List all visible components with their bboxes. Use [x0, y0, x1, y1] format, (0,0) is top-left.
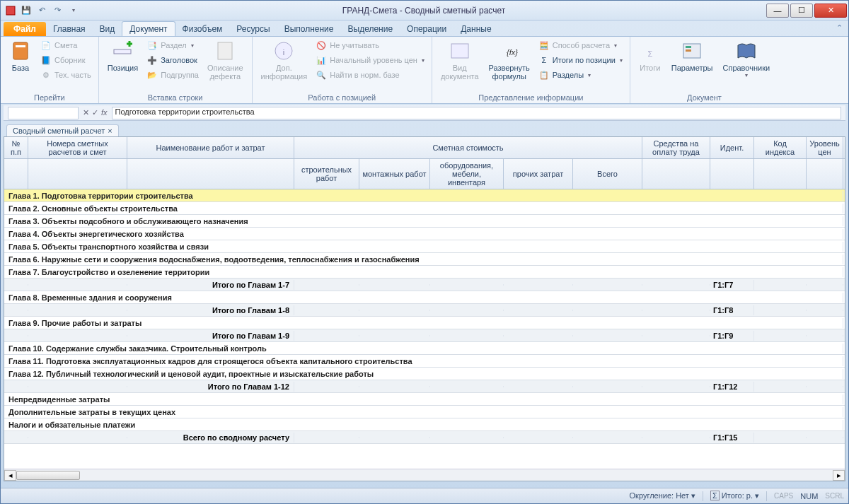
sbornik-button[interactable]: 📘Сборник: [37, 53, 94, 67]
najti-button[interactable]: 🔍Найти в норм. базе: [313, 68, 427, 82]
col-vseg[interactable]: Всего: [573, 159, 642, 189]
qat-customize-icon[interactable]: [66, 4, 80, 18]
baza-button[interactable]: База: [5, 38, 36, 74]
minimize-button[interactable]: —: [766, 4, 789, 18]
ribbon-tab[interactable]: Главная: [46, 22, 93, 36]
table-row[interactable]: Глава 4. Объекты энергетического хозяйст…: [4, 228, 845, 240]
table-row[interactable]: Глава 9. Прочие работы и затраты: [4, 317, 845, 329]
spravochniki-button[interactable]: Справочники ▾: [718, 38, 774, 80]
table-row[interactable]: Итого по Главам 1-7Г1:Г7: [4, 279, 845, 291]
col-urov[interactable]: Уровень цен: [807, 137, 843, 158]
status-caps: CAPS: [774, 492, 793, 500]
maximize-button[interactable]: ☐: [790, 4, 813, 18]
table-row[interactable]: Глава 3. Объекты подсобного и обслуживаю…: [4, 215, 845, 228]
col-num[interactable]: Номера сметных расчетов и смет: [28, 137, 127, 158]
itogi-button[interactable]: Σ Итоги: [635, 38, 666, 74]
scroll-thumb[interactable]: [16, 471, 80, 480]
poziciya-button[interactable]: Позиция: [103, 38, 143, 74]
table-row[interactable]: Глава 1. Подготовка территории строитель…: [4, 189, 845, 202]
sposob-button[interactable]: 🧮Способ расчета: [536, 38, 625, 52]
table-row[interactable]: Глава 12. Публичный технологический и це…: [4, 368, 845, 380]
params-icon: [681, 40, 703, 62]
ribbon-group-insert: Позиция 📑Раздел ➕Заголовок 📂Подгруппа Оп…: [99, 37, 253, 103]
col-np[interactable]: № п.п: [4, 137, 28, 158]
table-row[interactable]: Глава 10. Содержание службы заказчика. С…: [4, 342, 845, 355]
table-row[interactable]: Глава 8. Временные здания и сооружения: [4, 291, 845, 304]
table-row[interactable]: Непредвиденные затраты: [4, 393, 845, 406]
scroll-right-icon[interactable]: ▸: [833, 470, 845, 481]
file-tab[interactable]: Файл: [4, 22, 46, 36]
table-row[interactable]: Дополнительные затраты в текущих ценах: [4, 406, 845, 418]
qat-redo-icon[interactable]: ↷: [50, 4, 64, 18]
razdel-button[interactable]: 📑Раздел: [144, 38, 202, 52]
table-row[interactable]: Глава 11. Подготовка эксплуатационных ка…: [4, 355, 845, 368]
grid-header-row2: строительных работ монтажных работ обору…: [4, 159, 845, 189]
name-box[interactable]: [8, 107, 79, 119]
ribbon-tab[interactable]: Данные: [454, 22, 498, 36]
neuchityvat-button[interactable]: 🚫Не учитывать: [313, 38, 427, 52]
ribbon-tab[interactable]: Выделение: [341, 22, 400, 36]
ribbon-tab[interactable]: Документ: [122, 21, 175, 36]
podgruppa-button[interactable]: 📂Подгруппа: [144, 68, 202, 82]
table-row[interactable]: Глава 7. Благоустройство и озеленение те…: [4, 266, 845, 279]
status-total[interactable]: Σ Итого: р. ▾: [710, 491, 759, 500]
table-row[interactable]: Итого по Главам 1-12Г1:Г12: [4, 380, 845, 393]
help-icon[interactable]: ⌃: [836, 23, 843, 33]
horizontal-scrollbar[interactable]: ◂ ▸: [4, 469, 845, 481]
accept-icon[interactable]: ✓: [92, 108, 98, 117]
table-row[interactable]: Глава 6. Наружные сети и сооружения водо…: [4, 253, 845, 266]
close-button[interactable]: ✕: [814, 4, 847, 18]
book-icon: 📘: [40, 54, 52, 66]
cancel-icon[interactable]: ✕: [83, 108, 89, 117]
table-row[interactable]: Глава 2. Основные объекты строительства: [4, 202, 845, 215]
smeta-button[interactable]: 📄Смета: [37, 38, 94, 52]
ribbon-tab[interactable]: Физобъем: [175, 22, 230, 36]
tehchast-button[interactable]: ⚙Тех. часть: [37, 68, 94, 82]
viddok-button[interactable]: Вид документа: [437, 38, 483, 82]
col-ident[interactable]: Идент.: [710, 137, 754, 158]
doc-tab[interactable]: Сводный сметный расчет ×: [6, 124, 119, 136]
ribbon-tab[interactable]: Операции: [400, 22, 454, 36]
grid-body[interactable]: Глава 1. Подготовка территории строитель…: [4, 189, 845, 469]
scroll-track[interactable]: [16, 470, 833, 481]
app-icon[interactable]: [4, 4, 18, 18]
app-window: 💾 ↶ ↷ ГРАНД-Смета - Сводный сметный расч…: [0, 0, 849, 504]
document-tabs: Сводный сметный расчет ×: [4, 121, 845, 136]
dopinfo-button[interactable]: i Доп. информация: [257, 38, 312, 82]
opisanie-button[interactable]: Описание дефекта: [203, 38, 248, 82]
qat-save-icon[interactable]: 💾: [19, 4, 33, 18]
header-icon: ➕: [146, 54, 158, 66]
table-row[interactable]: Итого по Главам 1-8Г1:Г8: [4, 304, 845, 317]
status-num: NUM: [800, 492, 818, 500]
table-row[interactable]: Глава 5. Объекты транспортного хозяйства…: [4, 240, 845, 253]
ribbon-tab[interactable]: Выполнение: [277, 22, 341, 36]
table-row[interactable]: Всего по сводному расчетуГ1:Г15: [4, 431, 845, 444]
scroll-left-icon[interactable]: ◂: [4, 470, 16, 481]
nachuroven-button[interactable]: 📊Начальный уровень цен: [313, 53, 427, 67]
col-obor[interactable]: оборудования, мебели, инвентаря: [430, 159, 504, 189]
books-icon: [735, 40, 758, 62]
close-tab-icon[interactable]: ×: [108, 127, 112, 135]
qat-undo-icon[interactable]: ↶: [35, 4, 49, 18]
svg-text:i: i: [283, 48, 284, 57]
table-row[interactable]: Налоги и обязательные платежи: [4, 418, 845, 431]
zagolovok-button[interactable]: ➕Заголовок: [144, 53, 202, 67]
ribbon-tab[interactable]: Ресурсы: [229, 22, 277, 36]
status-rounding[interactable]: Округление: Нет ▾: [630, 491, 695, 500]
col-name[interactable]: Наименование работ и затрат: [127, 137, 294, 158]
col-stro[interactable]: строительных работ: [294, 159, 359, 189]
razvernut-button[interactable]: {fx} Развернуть формулы: [485, 38, 534, 82]
table-row[interactable]: Итого по Главам 1-9Г1:Г9: [4, 329, 845, 342]
col-proc[interactable]: прочих затрат: [504, 159, 573, 189]
svg-rect-7: [451, 44, 468, 58]
col-sred[interactable]: Средства на оплату труда: [642, 137, 710, 158]
ribbon-tab[interactable]: Вид: [93, 22, 122, 36]
fx-bar-icon[interactable]: fx: [101, 108, 108, 117]
col-cost-group[interactable]: Сметная стоимость: [294, 137, 642, 158]
col-mont[interactable]: монтажных работ: [359, 159, 430, 189]
col-kod[interactable]: Код индекса: [754, 137, 807, 158]
razdely-button[interactable]: 📋Разделы: [536, 68, 625, 82]
itogipoz-button[interactable]: ΣИтоги по позиции: [536, 53, 625, 67]
parametry-button[interactable]: Параметры: [667, 38, 717, 74]
formula-input[interactable]: Подготовка территории строительства: [112, 107, 841, 119]
